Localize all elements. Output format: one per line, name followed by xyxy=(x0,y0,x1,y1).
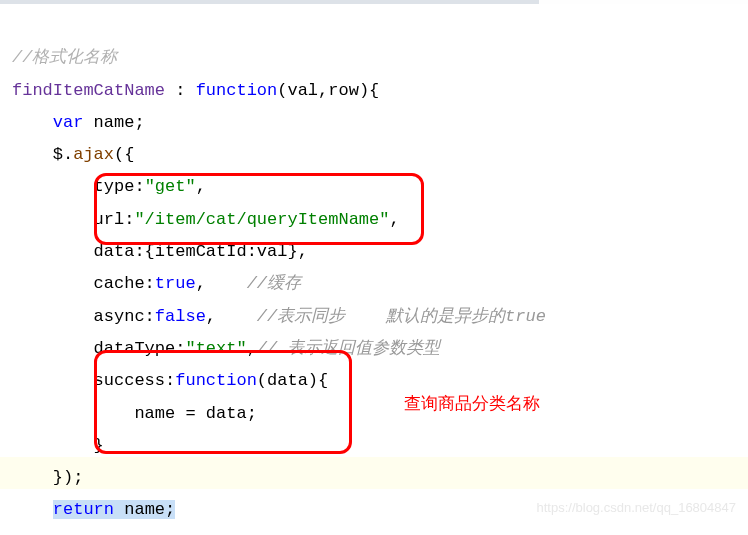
url-key: url: xyxy=(12,210,134,229)
comma: , xyxy=(196,274,206,293)
watermark: https://blog.csdn.net/qq_16804847 xyxy=(537,496,737,521)
keyword-var: var xyxy=(53,113,84,132)
success-key: success: xyxy=(12,371,175,390)
async-key: async: xyxy=(12,307,155,326)
function-args: (val,row){ xyxy=(277,81,379,100)
return-indent xyxy=(12,500,53,519)
var-decl: name; xyxy=(83,113,144,132)
comment-top: //格式化名称 xyxy=(12,48,117,67)
comma: , xyxy=(247,339,257,358)
brace-close: } xyxy=(12,436,104,455)
comma: , xyxy=(196,177,206,196)
ajax-open: ({ xyxy=(114,145,134,164)
keyword-function-2: function xyxy=(175,371,257,390)
string-text: "text" xyxy=(185,339,246,358)
keyword-function: function xyxy=(196,81,278,100)
code-block: //格式化名称 findItemCatName : function(val,r… xyxy=(0,4,748,535)
function-name: findItemCatName xyxy=(12,81,165,100)
comment-cache: //缓存 xyxy=(247,274,301,293)
ajax-close: }); xyxy=(12,468,83,487)
comment-async: //表示同步 默认的是异步的true xyxy=(257,307,546,326)
keyword-true: true xyxy=(155,274,196,293)
colon-sep: : xyxy=(165,81,196,100)
success-args: (data){ xyxy=(257,371,328,390)
name-assign: name = data; xyxy=(12,404,257,423)
keyword-false: false xyxy=(155,307,206,326)
type-key: type: xyxy=(12,177,145,196)
comma: , xyxy=(389,210,399,229)
ajax-prefix: $. xyxy=(12,145,73,164)
data-line: data:{itemCatId:val}, xyxy=(12,242,308,261)
keyword-return: return xyxy=(53,500,114,519)
annotation-label: 查询商品分类名称 xyxy=(404,388,540,420)
comma: , xyxy=(206,307,216,326)
cache-key: cache: xyxy=(12,274,155,293)
string-get: "get" xyxy=(145,177,196,196)
indent xyxy=(12,113,53,132)
return-tail: name; xyxy=(114,500,175,519)
datatype-key: dataType: xyxy=(12,339,185,358)
comment-datatype: // 表示返回值参数类型 xyxy=(257,339,441,358)
ajax-call: ajax xyxy=(73,145,114,164)
string-url: "/item/cat/queryItemName" xyxy=(134,210,389,229)
